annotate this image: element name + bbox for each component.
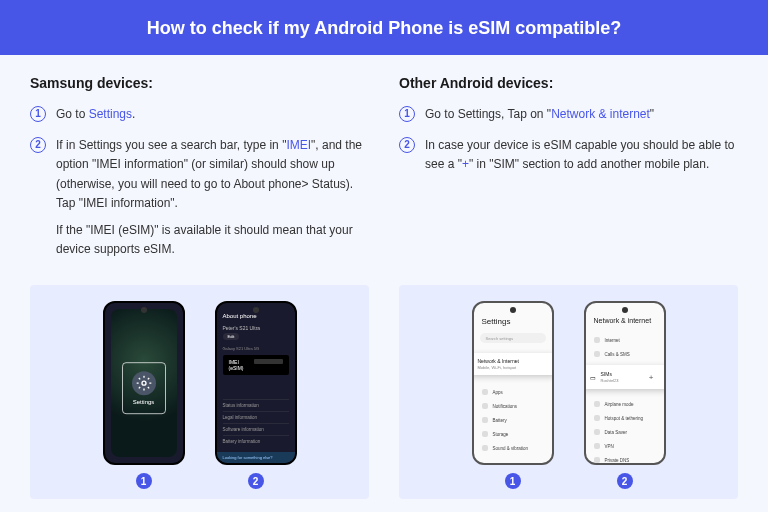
popup-subtitle: Mobile, Wi-Fi, hotspot: [478, 365, 548, 370]
step-text: Go to Settings, Tap on "Network & intern…: [425, 105, 738, 124]
settings-label: Settings: [133, 400, 155, 406]
caption-badge: 1: [505, 473, 521, 489]
step-text: Go to Settings.: [56, 105, 369, 124]
list-item: Battery: [480, 413, 546, 427]
camera-notch: [510, 307, 516, 313]
imei-row: IMEI (eSIM): [223, 355, 289, 375]
other-phone-1-wrap: Settings Search settings Network & Inter…: [472, 301, 554, 489]
list-item: Software information: [223, 423, 289, 435]
step-number-badge: 1: [399, 106, 415, 122]
camera-notch: [141, 307, 147, 313]
page-header: How to check if my Android Phone is eSIM…: [0, 0, 768, 55]
list-item: Legal information: [223, 411, 289, 423]
gear-icon: [132, 372, 156, 396]
samsung-phone-1-wrap: Settings 1: [103, 301, 185, 489]
sims-popup: ▭ SIMs Roshtel23 +: [584, 365, 666, 389]
samsung-heading: Samsung devices:: [30, 75, 369, 91]
list-item: VPN: [592, 439, 658, 453]
plus-icon: +: [649, 373, 654, 382]
network-link[interactable]: Network & internet: [551, 107, 650, 121]
network-title: Network & internet: [594, 317, 652, 324]
other-phone-2: Network & internet Internet Calls & SMS …: [584, 301, 666, 465]
settings-app-highlight: Settings: [122, 363, 166, 415]
list-item: Data Saver: [592, 425, 658, 439]
list-item: Sound & vibration: [480, 441, 546, 455]
other-step-1: 1 Go to Settings, Tap on "Network & inte…: [399, 105, 738, 124]
page-title: How to check if my Android Phone is eSIM…: [147, 18, 621, 38]
caption-badge: 1: [136, 473, 152, 489]
list-item: Airplane mode: [592, 397, 658, 411]
edit-pill: Edit: [223, 333, 240, 340]
list-item: Private DNS: [592, 453, 658, 465]
about-list: Status information Legal information Sof…: [223, 399, 289, 447]
samsung-phone-2: About phone Peter's S21 Ultra Edit Galax…: [215, 301, 297, 465]
imei-value-redacted: [254, 359, 283, 364]
device-name: Peter's S21 Ultra: [223, 325, 289, 331]
svg-point-0: [142, 382, 146, 386]
list-item: Status information: [223, 399, 289, 411]
samsung-column: Samsung devices: 1 Go to Settings. 2 If …: [30, 75, 369, 279]
screenshots-row: Settings 1 About phone Peter's S21 Ultra…: [0, 279, 768, 499]
samsung-phone-1: Settings: [103, 301, 185, 465]
search-bar: Search settings: [480, 333, 546, 343]
step-number-badge: 2: [399, 137, 415, 153]
popup-subtitle: Roshtel23: [601, 378, 619, 383]
step-text: If in Settings you see a search bar, typ…: [56, 136, 369, 267]
samsung-step-1: 1 Go to Settings.: [30, 105, 369, 124]
popup-title: SIMs: [601, 371, 619, 377]
instructions-row: Samsung devices: 1 Go to Settings. 2 If …: [0, 55, 768, 279]
plus-link[interactable]: +: [462, 157, 469, 171]
list-item: Calls & SMS: [592, 347, 658, 361]
other-phone-1: Settings Search settings Network & Inter…: [472, 301, 554, 465]
samsung-step-2: 2 If in Settings you see a search bar, t…: [30, 136, 369, 267]
list-item: Storage: [480, 427, 546, 441]
step-number-badge: 2: [30, 137, 46, 153]
list-item: Battery information: [223, 435, 289, 447]
other-heading: Other Android devices:: [399, 75, 738, 91]
samsung-screenshots: Settings 1 About phone Peter's S21 Ultra…: [30, 285, 369, 499]
settings-title: Settings: [482, 317, 511, 326]
list-item: Internet: [592, 333, 658, 347]
caption-badge: 2: [617, 473, 633, 489]
other-step-2: 2 In case your device is eSIM capable yo…: [399, 136, 738, 174]
about-phone-title: About phone: [223, 313, 289, 319]
model-line: Galaxy S21 Ultra 5G: [223, 346, 289, 351]
network-popup: Network & Internet Mobile, Wi-Fi, hotspo…: [472, 353, 554, 375]
samsung-phone-2-wrap: About phone Peter's S21 Ultra Edit Galax…: [215, 301, 297, 489]
sim-icon: ▭: [590, 374, 596, 381]
step-text: In case your device is eSIM capable you …: [425, 136, 738, 174]
popup-title: Network & Internet: [478, 358, 548, 364]
list-item: Apps: [480, 385, 546, 399]
other-screenshots: Settings Search settings Network & Inter…: [399, 285, 738, 499]
other-column: Other Android devices: 1 Go to Settings,…: [399, 75, 738, 279]
imei-label: IMEI (eSIM): [229, 359, 254, 371]
list-item: Hotspot & tethering: [592, 411, 658, 425]
list-item: Notifications: [480, 399, 546, 413]
step-number-badge: 1: [30, 106, 46, 122]
settings-link[interactable]: Settings: [89, 107, 132, 121]
other-phone-2-wrap: Network & internet Internet Calls & SMS …: [584, 301, 666, 489]
camera-notch: [622, 307, 628, 313]
caption-badge: 2: [248, 473, 264, 489]
imei-link[interactable]: IMEI: [286, 138, 311, 152]
about-footer: Looking for something else?: [217, 452, 295, 463]
